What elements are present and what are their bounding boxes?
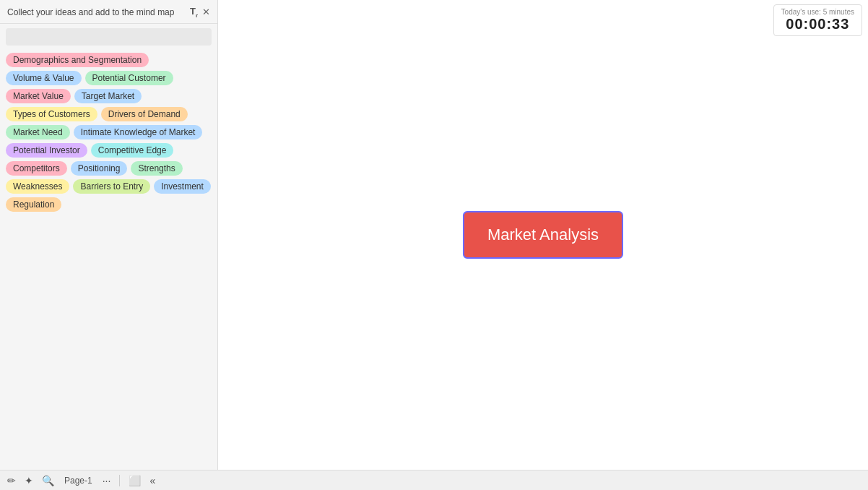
font-icon[interactable]: Tr bbox=[190, 6, 198, 19]
tag-item[interactable]: Potential Investor bbox=[6, 143, 87, 158]
mind-map-node[interactable]: Market Analysis bbox=[463, 211, 623, 259]
panel-header-icons: Tr ✕ bbox=[190, 6, 210, 19]
main-canvas: Market Analysis bbox=[218, 0, 868, 470]
panel-title: Collect your ideas and add to the mind m… bbox=[7, 7, 174, 17]
bottom-toolbar: ✏ ✦ 🔍 Page-1 ··· ⬜ « bbox=[0, 470, 868, 490]
tag-item[interactable]: Positioning bbox=[71, 161, 128, 176]
timer-box: Today's use: 5 minutes 00:00:33 bbox=[773, 4, 862, 36]
tag-item[interactable]: Types of Customers bbox=[6, 107, 97, 121]
tag-item[interactable]: Competitors bbox=[6, 161, 67, 176]
search-input[interactable] bbox=[6, 28, 212, 46]
frame-icon[interactable]: ⬜ bbox=[129, 475, 141, 486]
tag-item[interactable]: Potential Customer bbox=[85, 71, 173, 85]
tag-item[interactable]: Intimate Knowledge of Market bbox=[74, 125, 203, 139]
tag-item[interactable]: Strengths bbox=[131, 161, 182, 176]
tag-item[interactable]: Volume & Value bbox=[6, 71, 82, 85]
timer-label: Today's use: 5 minutes bbox=[781, 8, 854, 16]
tag-item[interactable]: Investment bbox=[154, 179, 211, 194]
mind-map-node-label: Market Analysis bbox=[487, 225, 599, 244]
collapse-icon[interactable]: « bbox=[149, 475, 155, 486]
tag-item[interactable]: Regulation bbox=[6, 197, 61, 212]
tag-item[interactable]: Competitive Edge bbox=[91, 143, 174, 158]
zoom-icon[interactable]: 🔍 bbox=[42, 475, 54, 486]
left-panel: Collect your ideas and add to the mind m… bbox=[0, 0, 218, 470]
shape-icon[interactable]: ✦ bbox=[25, 475, 33, 486]
toolbar-divider bbox=[119, 475, 120, 486]
close-icon[interactable]: ✕ bbox=[202, 7, 210, 17]
page-label: Page-1 bbox=[64, 476, 92, 486]
timer-value: 00:00:33 bbox=[781, 16, 854, 33]
draw-icon[interactable]: ✏ bbox=[7, 475, 16, 486]
more-icon[interactable]: ··· bbox=[103, 475, 111, 486]
tag-item[interactable]: Target Market bbox=[74, 89, 142, 103]
tag-item[interactable]: Weaknesses bbox=[6, 179, 69, 194]
tag-item[interactable]: Demographics and Segmentation bbox=[6, 53, 149, 67]
tag-item[interactable]: Drivers of Demand bbox=[101, 107, 188, 121]
panel-header: Collect your ideas and add to the mind m… bbox=[0, 0, 217, 24]
tag-item[interactable]: Market Value bbox=[6, 89, 71, 103]
tag-item[interactable]: Barriers to Entry bbox=[73, 179, 150, 194]
tag-item[interactable]: Market Need bbox=[6, 125, 70, 139]
tags-area: Demographics and SegmentationVolume & Va… bbox=[0, 50, 217, 215]
